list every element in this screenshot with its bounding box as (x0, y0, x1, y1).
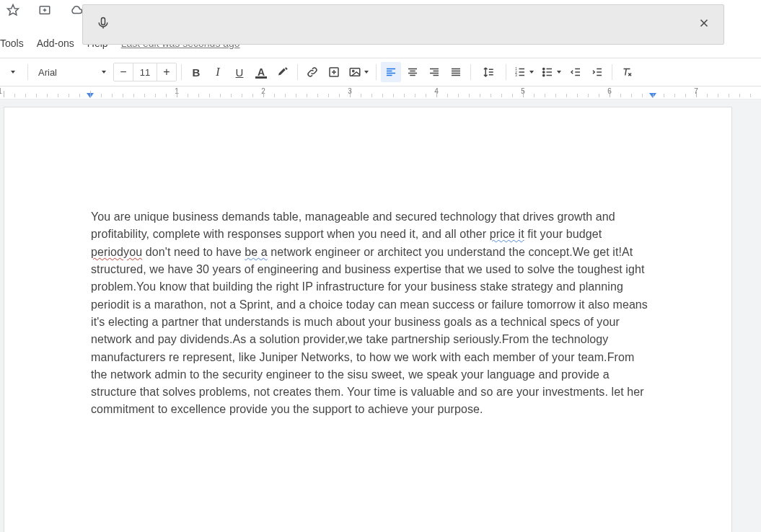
italic-button[interactable]: I (208, 62, 228, 82)
chevron-down-icon (102, 71, 106, 74)
svg-rect-4 (350, 68, 360, 76)
chevron-down-icon (11, 71, 15, 74)
voice-typing-bar (82, 4, 724, 45)
font-size-input[interactable] (133, 63, 157, 81)
bold-button[interactable]: B (186, 62, 206, 82)
move-to-icon[interactable] (35, 0, 55, 20)
separator (27, 64, 28, 80)
chevron-down-icon (364, 71, 369, 74)
separator (612, 64, 612, 80)
align-justify-button[interactable] (446, 62, 466, 82)
underline-button[interactable]: U (229, 62, 250, 82)
horizontal-ruler[interactable]: 11234567 (0, 87, 761, 99)
svg-rect-2 (102, 18, 105, 25)
svg-point-10 (543, 71, 545, 73)
highlight-color-button[interactable] (273, 62, 293, 82)
menu-addons[interactable]: Add-ons (37, 37, 74, 49)
close-icon[interactable] (698, 17, 711, 32)
font-family-label: Arial (38, 67, 57, 78)
insert-link-button[interactable] (302, 62, 322, 82)
text-color-button[interactable]: A (251, 62, 271, 82)
align-left-button[interactable] (381, 62, 401, 82)
clear-formatting-button[interactable] (617, 62, 637, 82)
font-size-increase[interactable]: + (157, 66, 176, 79)
separator (297, 64, 298, 80)
font-size-decrease[interactable]: − (114, 66, 133, 79)
document-canvas: You are unique business demands table, m… (0, 99, 761, 532)
separator (506, 64, 506, 80)
bulleted-list-button[interactable] (538, 62, 564, 82)
align-right-button[interactable] (424, 62, 444, 82)
microphone-icon[interactable] (96, 16, 110, 33)
font-size-control: − + (113, 63, 177, 81)
svg-point-5 (353, 70, 354, 71)
page[interactable]: You are unique business demands table, m… (4, 107, 732, 532)
decrease-indent-button[interactable] (566, 62, 586, 82)
ruler-number: 1 (0, 87, 2, 95)
chevron-down-icon (529, 71, 534, 74)
separator (470, 64, 471, 80)
svg-point-9 (543, 68, 545, 69)
add-comment-button[interactable] (324, 62, 344, 82)
line-spacing-button[interactable] (475, 62, 501, 82)
align-center-button[interactable] (403, 62, 423, 82)
font-family-dropdown[interactable]: Arial (32, 63, 112, 81)
menu-tools[interactable]: Tools (0, 37, 24, 49)
increase-indent-button[interactable] (587, 62, 607, 82)
numbered-list-button[interactable]: 123 (511, 62, 537, 82)
toolbar: Arial − + B I U A 123 (0, 58, 761, 87)
body-paragraph[interactable]: You are unique business demands table, m… (91, 208, 652, 419)
chevron-down-icon (557, 71, 561, 74)
separator (376, 64, 377, 80)
styles-dropdown[interactable] (1, 63, 23, 81)
separator (181, 64, 182, 80)
svg-point-11 (543, 74, 545, 76)
star-icon[interactable] (3, 0, 23, 20)
svg-text:3: 3 (515, 74, 517, 77)
insert-image-button[interactable] (346, 62, 371, 82)
svg-marker-0 (8, 5, 19, 15)
